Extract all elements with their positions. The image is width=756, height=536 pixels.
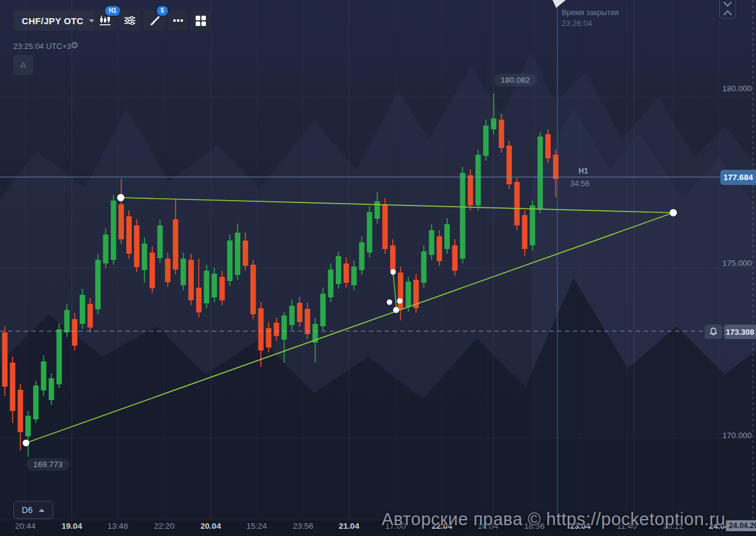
- indicators-button[interactable]: [119, 10, 141, 31]
- candle-body: [320, 294, 325, 326]
- ellipsis-icon: [173, 19, 183, 22]
- candle-body: [537, 137, 543, 208]
- candle-body: [274, 323, 279, 336]
- candle-body: [111, 201, 116, 260]
- drawing-handle[interactable]: [387, 300, 392, 305]
- chart-canvas[interactable]: [0, 0, 756, 536]
- account-avatar[interactable]: A: [13, 55, 33, 75]
- drawing-handle[interactable]: [117, 194, 124, 201]
- candle-body: [344, 263, 349, 283]
- drawing-handle[interactable]: [391, 270, 396, 275]
- candle-body: [64, 310, 69, 332]
- candle-body: [452, 245, 458, 271]
- candle-body: [444, 224, 450, 249]
- scroll-paging-widget[interactable]: [719, 0, 736, 19]
- more-tools-button[interactable]: [168, 10, 188, 31]
- candle-body: [10, 363, 15, 411]
- bell-icon: [710, 328, 717, 336]
- candle-body: [491, 118, 496, 129]
- candle-body: [219, 277, 225, 300]
- time-axis-label: 23:56: [293, 521, 313, 531]
- candle-body: [258, 308, 264, 350]
- candle-body: [483, 126, 489, 156]
- expiry-timeframe-label: H1: [578, 167, 588, 175]
- trendline: [26, 213, 673, 443]
- time-axis-label: 21.04: [339, 521, 359, 531]
- chevron-down-icon[interactable]: [724, 0, 731, 7]
- candle-body: [305, 309, 310, 334]
- time-axis-label: 20.04: [200, 521, 221, 531]
- candle-body: [134, 225, 139, 267]
- candle-body: [437, 236, 442, 261]
- candle-body: [382, 204, 388, 249]
- price-axis-label: 175.000: [722, 259, 752, 268]
- drawing-segment: [393, 273, 397, 310]
- candle-body: [336, 256, 341, 284]
- candle-body: [530, 205, 535, 245]
- candle-body: [41, 361, 46, 390]
- high-price-tag: 180.082: [494, 74, 537, 86]
- time-axis-label: 13:48: [107, 521, 128, 531]
- sliders-icon: [124, 16, 135, 25]
- candle-body: [328, 270, 333, 297]
- drawing-handle[interactable]: [397, 299, 403, 304]
- candle-body: [173, 219, 178, 270]
- candle-body: [2, 332, 8, 387]
- candle-body: [33, 386, 39, 419]
- candle-body: [359, 242, 365, 270]
- candle-body: [158, 225, 163, 258]
- trading-chart-screen: CHF/JPY OTC H1 5: [0, 0, 756, 536]
- candle-body: [196, 288, 202, 312]
- candle-body: [165, 259, 170, 282]
- candle-body: [429, 230, 434, 255]
- period-selector-button[interactable]: D6: [13, 501, 53, 519]
- candle-body: [289, 306, 295, 325]
- candle-body: [507, 146, 512, 184]
- candle-body: [188, 260, 194, 300]
- candle-body: [49, 378, 54, 400]
- candle-body: [468, 175, 473, 205]
- chevron-up-icon: [39, 509, 45, 512]
- closing-time-value: 23:26:04: [562, 19, 592, 28]
- chevron-up-icon[interactable]: [724, 9, 731, 16]
- gear-icon[interactable]: ⚙: [71, 40, 78, 51]
- candle-body: [367, 212, 372, 253]
- candle-body: [25, 416, 31, 436]
- candle-body: [243, 241, 248, 266]
- candle-body: [281, 315, 287, 340]
- candle-body: [251, 265, 256, 314]
- trendline: [121, 198, 673, 213]
- candle-body: [56, 329, 62, 384]
- server-clock: 23:25:04 UTC+3: [13, 42, 71, 51]
- candle-body: [72, 319, 77, 346]
- low-price-tag: 169.773: [27, 458, 69, 471]
- expiry-countdown: 34:56: [570, 179, 590, 188]
- candle-body: [390, 245, 396, 271]
- candle-body: [374, 201, 380, 219]
- candle-body: [95, 260, 101, 309]
- candle-body: [18, 390, 23, 432]
- price-axis-label: 180.000: [722, 84, 752, 93]
- candle-body: [297, 303, 303, 322]
- candle-body: [181, 259, 186, 285]
- watermark: Авторские права © https://pocketoption.r…: [382, 509, 725, 529]
- candle-body: [88, 304, 93, 328]
- period-label: D6: [22, 505, 33, 515]
- current-date-badge: 24.04.20: [726, 520, 756, 531]
- candle-body: [103, 234, 109, 263]
- candle-body: [351, 266, 357, 285]
- alert-bell-button[interactable]: [705, 325, 722, 339]
- candle-body: [118, 204, 124, 239]
- symbol-selector-button[interactable]: CHF/JPY OTC: [13, 10, 102, 31]
- cursor-pointer: [553, 0, 566, 8]
- candle-body: [545, 134, 551, 158]
- layout-grid-button[interactable]: [190, 10, 211, 31]
- drawing-handle[interactable]: [670, 209, 677, 216]
- drawing-handle[interactable]: [393, 307, 399, 313]
- time-axis-label: 20:44: [15, 521, 36, 531]
- drawing-handle[interactable]: [23, 440, 30, 447]
- candle-body: [499, 120, 504, 148]
- candle-body: [460, 173, 466, 259]
- current-price-badge: 177.684: [720, 170, 756, 185]
- time-axis-label: 22:20: [154, 521, 175, 531]
